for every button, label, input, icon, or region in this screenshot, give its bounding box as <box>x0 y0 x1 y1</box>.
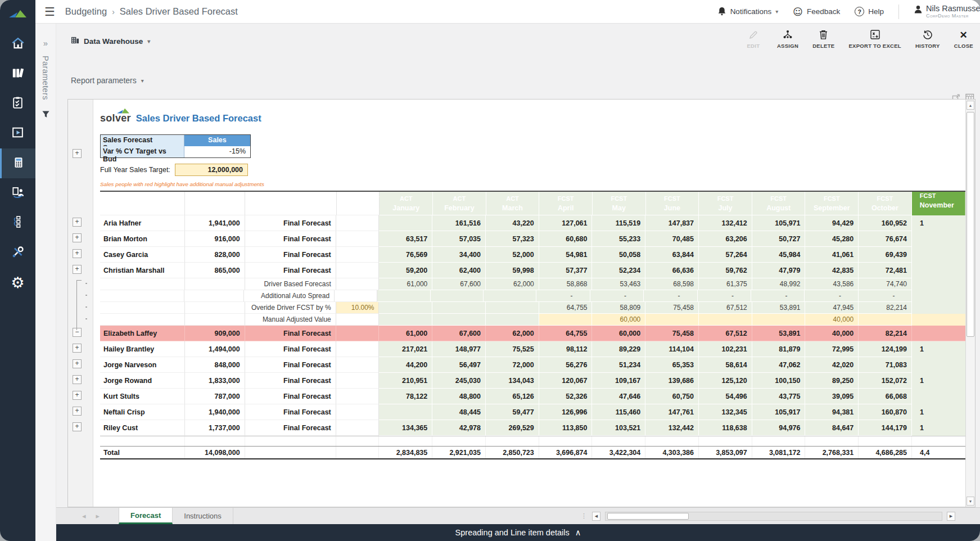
table-cell[interactable] <box>752 436 806 446</box>
table-cell[interactable]: 160,870 <box>859 404 912 420</box>
table-cell[interactable] <box>486 436 539 446</box>
table-cell[interactable]: Christian Marshall <box>100 263 185 278</box>
expand-summary-button[interactable]: + <box>73 149 82 158</box>
column-header[interactable]: FCSTSeptember <box>805 192 859 215</box>
table-cell[interactable]: Additional Auto Spread <box>244 290 335 302</box>
table-cell[interactable]: 67,512 <box>699 302 752 314</box>
table-cell[interactable] <box>377 290 430 302</box>
table-cell[interactable]: 1,833,000 <box>185 373 245 389</box>
table-cell[interactable]: Final Forecast <box>245 215 336 231</box>
table-cell[interactable] <box>336 314 380 326</box>
table-cell[interactable]: 787,000 <box>185 389 245 404</box>
table-cell[interactable]: 43,775 <box>752 389 806 404</box>
summary-header-value[interactable]: Sales <box>184 135 250 146</box>
table-cell[interactable]: - <box>536 290 590 302</box>
spreading-details-bar[interactable]: Spreading and Line item details ∧ <box>56 524 980 541</box>
table-cell[interactable]: 916,000 <box>185 231 245 247</box>
table-cell[interactable]: 1,940,000 <box>185 404 245 420</box>
table-cell[interactable] <box>245 447 336 458</box>
target-input[interactable]: 12,000,000 <box>175 164 248 176</box>
table-cell[interactable]: 89,229 <box>592 341 645 357</box>
sidebar-item-data-entry[interactable] <box>0 178 35 208</box>
table-cell[interactable]: 148,977 <box>432 341 486 357</box>
table-cell[interactable]: 47,979 <box>752 263 806 278</box>
help-link[interactable]: ? Help <box>855 7 884 16</box>
table-cell[interactable]: Brian Morton <box>100 231 185 247</box>
table-cell[interactable]: 94,976 <box>752 420 806 436</box>
table-cell[interactable]: 2,850,723 <box>486 447 539 458</box>
table-cell[interactable]: 76,569 <box>379 247 432 263</box>
table-cell[interactable]: 126,996 <box>539 404 593 420</box>
column-header[interactable]: FCSTAugust <box>752 192 806 215</box>
sidebar-item-archive[interactable] <box>0 59 35 89</box>
table-cell[interactable]: 55,233 <box>592 231 645 247</box>
user-menu[interactable]: Nils Rasmussen CorpDemo Master <box>914 4 980 19</box>
table-cell[interactable]: 56,276 <box>539 357 593 373</box>
table-cell[interactable]: 50,727 <box>752 231 806 247</box>
table-cell[interactable]: - <box>751 290 805 302</box>
table-cell[interactable] <box>336 447 380 458</box>
table-cell[interactable]: 42,020 <box>805 357 859 373</box>
expand-row-button[interactable]: + <box>73 249 82 258</box>
table-cell[interactable] <box>484 290 536 302</box>
expand-row-button[interactable]: + <box>73 422 82 431</box>
table-cell[interactable] <box>185 314 245 326</box>
table-cell[interactable]: 132,345 <box>699 404 752 420</box>
table-cell[interactable]: 3,422,304 <box>592 447 645 458</box>
tab-instructions[interactable]: Instructions <box>173 508 233 524</box>
table-cell[interactable]: Casey Garcia <box>100 247 185 263</box>
table-cell[interactable] <box>336 357 380 373</box>
table-cell[interactable]: 217,021 <box>379 341 432 357</box>
table-cell[interactable] <box>336 247 380 263</box>
prev-sheet-icon[interactable]: ◂ <box>82 512 86 520</box>
table-cell[interactable]: 245,030 <box>432 373 486 389</box>
table-cell[interactable]: 63,517 <box>379 231 432 247</box>
table-cell[interactable]: 72,995 <box>805 341 859 357</box>
table-cell[interactable]: - <box>644 290 697 302</box>
table-cell[interactable] <box>432 314 486 326</box>
table-cell[interactable]: 84,647 <box>805 420 859 436</box>
expand-row-button[interactable]: + <box>73 359 82 368</box>
table-cell[interactable]: 3,696,874 <box>539 447 593 458</box>
table-cell[interactable]: 64,755 <box>539 326 593 341</box>
table-cell[interactable] <box>336 404 380 420</box>
feedback-link[interactable]: ☺ Feedback <box>793 6 840 17</box>
breadcrumb-budgeting[interactable]: Budgeting <box>65 6 107 17</box>
splitter-dots-icon[interactable]: ⋮ <box>581 512 588 520</box>
table-cell[interactable]: 134,365 <box>379 420 432 436</box>
table-cell[interactable] <box>539 436 593 446</box>
table-cell[interactable]: 45,280 <box>805 231 859 247</box>
sidebar-item-tasks[interactable] <box>0 89 35 119</box>
column-header[interactable]: FCSTNovember <box>912 192 965 215</box>
table-cell[interactable] <box>336 389 380 404</box>
table-cell[interactable] <box>379 215 432 231</box>
column-header[interactable]: FY Budget Total <box>185 192 245 215</box>
table-cell[interactable]: 74,740 <box>859 278 912 290</box>
table-cell[interactable]: 161,516 <box>432 215 486 231</box>
expand-row-button[interactable]: + <box>73 391 82 400</box>
table-cell[interactable]: 75,525 <box>486 341 539 357</box>
hscroll-thumb[interactable] <box>607 513 689 520</box>
table-cell[interactable]: 51,234 <box>592 357 645 373</box>
table-cell[interactable]: 69,439 <box>859 247 912 263</box>
table-cell[interactable] <box>912 314 965 326</box>
vscroll-thumb[interactable] <box>967 112 974 337</box>
table-cell[interactable]: 40,000 <box>805 314 859 326</box>
table-cell[interactable] <box>859 436 912 446</box>
notifications-menu[interactable]: Notifications ▾ <box>717 6 779 17</box>
close-button[interactable]: ✕ CLOSE <box>954 29 973 49</box>
table-cell[interactable]: 43,586 <box>805 278 859 290</box>
table-cell[interactable] <box>912 278 965 290</box>
table-cell[interactable] <box>335 290 377 302</box>
table-cell[interactable] <box>336 341 380 357</box>
table-cell[interactable]: 43,220 <box>486 215 539 231</box>
table-cell[interactable] <box>245 436 336 446</box>
expand-row-button[interactable]: + <box>73 375 82 384</box>
table-cell[interactable] <box>699 436 752 446</box>
table-cell[interactable]: - <box>590 290 644 302</box>
table-cell[interactable] <box>336 263 380 278</box>
table-cell[interactable]: 53,463 <box>592 278 645 290</box>
scroll-down-button[interactable]: ▼ <box>967 497 974 506</box>
table-cell[interactable]: 125,120 <box>699 373 752 389</box>
table-cell[interactable]: 62,000 <box>486 326 539 341</box>
